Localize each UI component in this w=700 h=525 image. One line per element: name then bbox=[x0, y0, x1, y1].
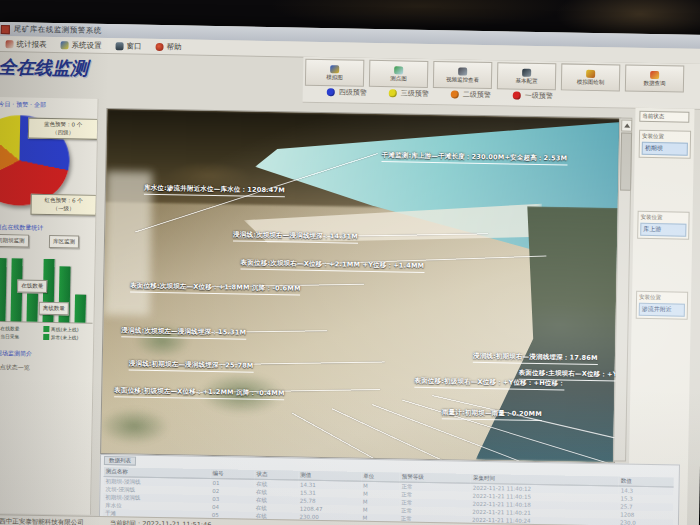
bar-overlay-label-online: 在线数量 bbox=[17, 279, 47, 293]
menu-label: 帮助 bbox=[166, 42, 181, 52]
green-square-icon bbox=[43, 334, 49, 340]
sidebar-section-title: 测点在线数量统计 bbox=[0, 223, 43, 233]
app-title: 全在线监测 bbox=[0, 55, 298, 84]
toolbar-button-label: 模拟图绘制 bbox=[577, 78, 605, 86]
measurement-table: 测点名称 编号 状态 测值 单位 预警等级 采集时间 数值 初期坝-浸润线01 … bbox=[103, 467, 674, 525]
report-icon bbox=[6, 40, 14, 48]
sidebar-button-label: 库区监测 bbox=[53, 238, 75, 245]
install-location-card: 安装位置 渗流井附近 bbox=[636, 291, 689, 320]
current-time: 当前时间：2022-11-21 11:51:46 bbox=[110, 519, 212, 525]
app-logo-icon bbox=[1, 25, 10, 34]
pie-tooltip-line2: （一级） bbox=[53, 205, 75, 211]
sidebar-filter-links[interactable]: 今日 · 预警 · 全部 bbox=[0, 100, 46, 110]
scroll-up-icon[interactable] bbox=[621, 119, 632, 131]
bar bbox=[0, 258, 7, 321]
bar bbox=[75, 294, 87, 322]
legend-label: 一级预警 bbox=[525, 91, 553, 102]
window-title: 尾矿库在线监测预警系统 bbox=[14, 24, 102, 36]
menu-label: 系统设置 bbox=[72, 40, 102, 51]
pie-tooltip-line1: 蓝色预警：0 个 bbox=[44, 121, 82, 128]
menu-item-settings[interactable]: 系统设置 bbox=[61, 40, 102, 51]
bar-legend-label: 在线数量 bbox=[0, 325, 19, 331]
data-table-zone: 数据列表 测点名称 编号 状态 测值 单位 预警等级 采集时间 数值 bbox=[99, 454, 680, 525]
video-icon bbox=[458, 67, 467, 75]
toolbar-button-label: 基本配置 bbox=[515, 77, 537, 84]
pie-tooltip-line2: （四级） bbox=[52, 129, 74, 135]
legend-label: 三级预警 bbox=[401, 88, 429, 99]
toolbar-button-label: 模拟图 bbox=[326, 74, 343, 81]
settings-icon bbox=[61, 41, 69, 49]
toolbar-button-draw[interactable]: 模拟图绘制 bbox=[561, 63, 620, 91]
pencil-icon bbox=[586, 69, 595, 77]
bar-overlay-text: 离线数量 bbox=[43, 305, 65, 312]
bar-chart-legend: 在线数量 离线(未上线) 当日采集 异常(未上线) bbox=[0, 325, 91, 341]
help-icon bbox=[156, 42, 164, 50]
bar-overlay-label-offline: 离线数量 bbox=[39, 302, 69, 316]
bar-overlay-text: 在线数量 bbox=[21, 283, 43, 290]
toolbar-button-video[interactable]: 视频监控查看 bbox=[433, 61, 492, 89]
install-location-label: 安装位置 bbox=[642, 133, 688, 141]
bar-legend-label: 当日采集 bbox=[0, 333, 19, 339]
legend-level3: 三级预警 bbox=[389, 88, 429, 99]
sidebar-button-label: 初期坝监测 bbox=[0, 237, 25, 245]
app-window: 尾矿库在线监测预警系统 统计报表 系统设置 窗口 帮助 全在线监测 模拟图 bbox=[0, 22, 700, 525]
annotation-phreatic-initial-right: 浸润线:初期坝右—浸润线埋深：17.86M bbox=[473, 352, 598, 365]
sidebar-footer-link[interactable]: 现场监测简介 bbox=[0, 349, 32, 359]
menu-item-reports[interactable]: 统计报表 bbox=[6, 39, 47, 50]
menu-label: 统计报表 bbox=[17, 39, 47, 50]
toolbar-button-pointmap[interactable]: 测点图 bbox=[369, 60, 428, 88]
annotation-rain-gauge: 雨量计:初期坝—雨量：0.20MM bbox=[442, 408, 542, 421]
install-location-label: 安装位置 bbox=[639, 294, 685, 302]
install-location-card: 安装位置 库上游 bbox=[637, 211, 690, 240]
green-square-icon bbox=[43, 326, 49, 332]
config-icon bbox=[522, 68, 531, 76]
blue-dot-icon bbox=[327, 88, 335, 96]
legend-level1: 一级预警 bbox=[513, 90, 553, 101]
install-location-card: 安装位置 初期坝 bbox=[639, 130, 692, 159]
pie-tooltip-line1: 红色预警：6 个 bbox=[45, 197, 83, 204]
legend-level2: 二级预警 bbox=[451, 89, 491, 100]
toolbar-button-query[interactable]: 数据查询 bbox=[625, 65, 684, 93]
sidebar-button-reservoir[interactable]: 库区监测 bbox=[49, 235, 79, 249]
annotation-phreatic-initial-left: 浸润线:初期坝左—浸润线埋深：25.78M bbox=[129, 359, 254, 372]
install-location-value[interactable]: 初期坝 bbox=[642, 142, 688, 156]
window-icon bbox=[116, 42, 124, 50]
right-bank-forest bbox=[476, 205, 619, 462]
orange-dot-icon bbox=[451, 90, 459, 98]
install-location-label: 安装位置 bbox=[640, 214, 686, 222]
red-dot-icon bbox=[513, 91, 521, 99]
bar-legend-item: 当日采集 bbox=[0, 333, 41, 340]
sidebar-footer-text: 测点状态一览 bbox=[0, 363, 30, 373]
table-tab[interactable]: 数据列表 bbox=[104, 456, 136, 466]
yellow-dot-icon bbox=[389, 89, 397, 97]
bar-legend-item: 离线(未上线) bbox=[43, 326, 92, 333]
menu-item-help[interactable]: 帮助 bbox=[155, 41, 181, 51]
right-panel: 当前状态 安装位置 初期坝 安装位置 库上游 安装位置 渗流井附近 bbox=[628, 108, 695, 525]
toolbar-button-mockmap[interactable]: 模拟图 bbox=[305, 59, 364, 87]
toolbar-button-config[interactable]: 基本配置 bbox=[497, 62, 556, 90]
install-location-value[interactable]: 库上游 bbox=[640, 223, 686, 237]
menu-item-window[interactable]: 窗口 bbox=[115, 41, 141, 51]
legend-label: 二级预警 bbox=[463, 90, 491, 101]
toolbar-button-label: 测点图 bbox=[390, 75, 407, 82]
aerial-monitoring-map[interactable]: 干滩监测:库上游—干滩长度：230.00M+安全超高：2.53M 库水位:渗流井… bbox=[100, 108, 621, 463]
legend-level4: 四级预警 bbox=[327, 87, 367, 98]
toolbar-button-label: 数据查询 bbox=[643, 79, 665, 86]
query-icon bbox=[650, 70, 659, 78]
bar-legend-label: 异常(未上线) bbox=[51, 334, 79, 341]
bar-legend-item: 在线数量 bbox=[0, 325, 41, 332]
company-name: 陕西中正安泰智能科技有限公司 bbox=[0, 517, 84, 525]
right-panel-header-label: 当前状态 bbox=[642, 113, 664, 120]
toolbar-button-label: 视频监控查看 bbox=[446, 76, 479, 84]
sidebar-button-dam[interactable]: 初期坝监测 bbox=[0, 234, 29, 248]
pie-tooltip-blue: 蓝色预警：0 个 （四级） bbox=[28, 118, 98, 141]
legend-label: 四级预警 bbox=[339, 87, 367, 98]
annotation-phreatic-right: 浸润线:次坝坝右—浸润线埋深：14.31M bbox=[233, 230, 358, 243]
annotation-displacement-right: 表面位移:次坝坝右—X位移：+2.1MM +Y位移：+1.4MM bbox=[241, 259, 425, 273]
pie-tooltip-red: 红色预警：6 个 （一级） bbox=[30, 194, 96, 217]
annotation-phreatic-left: 浸润线:次坝坝左—浸润线埋深：15.31M bbox=[121, 326, 246, 339]
scrollbar-thumb[interactable] bbox=[620, 132, 632, 190]
bar-legend-item: 异常(未上线) bbox=[43, 334, 92, 341]
annotation-displacement-initial-right: 表面位移:初级坝右—X位移：+Y位移：+H位移： bbox=[414, 377, 565, 391]
install-location-value[interactable]: 渗流井附近 bbox=[639, 303, 685, 317]
